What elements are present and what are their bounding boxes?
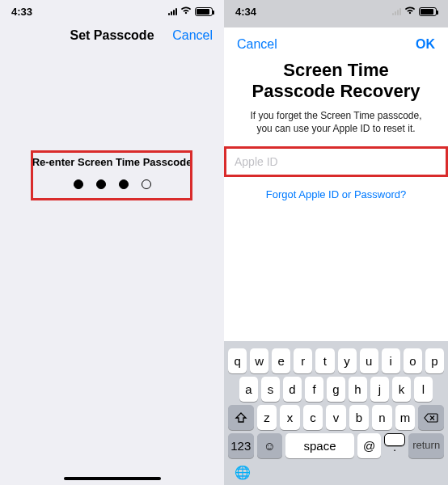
keyboard-row: qwertyuiop <box>228 348 444 373</box>
at-key[interactable]: @ <box>357 433 381 458</box>
delete-key[interactable] <box>418 405 444 430</box>
space-key[interactable]: space <box>285 433 354 458</box>
key-c[interactable]: c <box>303 405 323 430</box>
sheet-nav: Cancel OK <box>224 27 448 55</box>
key-x[interactable]: x <box>280 405 299 430</box>
cancel-button[interactable]: Cancel <box>237 37 277 52</box>
keyboard: qwertyuiop asdfghjkl zxcvbnm 123 ☺ space… <box>224 341 448 485</box>
set-passcode-screen: 4:33 Set Passcode Cancel Re-enter Screen… <box>0 0 224 485</box>
key-s[interactable]: s <box>261 377 280 402</box>
key-w[interactable]: w <box>250 348 268 373</box>
wifi-icon <box>180 6 192 17</box>
key-f[interactable]: f <box>305 377 323 402</box>
key-p[interactable]: p <box>425 348 444 373</box>
keyboard-row: 123 ☺ space @ . return <box>228 433 444 458</box>
key-n[interactable]: n <box>372 405 391 430</box>
key-h[interactable]: h <box>349 377 367 402</box>
key-r[interactable]: r <box>294 348 312 373</box>
keyboard-row: asdfghjkl <box>228 377 444 402</box>
status-icons <box>168 6 213 17</box>
key-q[interactable]: q <box>228 348 247 373</box>
dot-key[interactable]: . <box>384 433 405 446</box>
key-v[interactable]: v <box>326 405 345 430</box>
emoji-key[interactable]: ☺ <box>257 433 283 458</box>
highlight-box <box>224 146 448 177</box>
key-z[interactable]: z <box>257 405 277 430</box>
globe-key[interactable]: 🌐 <box>226 462 446 480</box>
wifi-icon <box>404 6 416 17</box>
highlight-box <box>31 150 192 200</box>
key-y[interactable]: y <box>338 348 357 373</box>
forgot-link[interactable]: Forgot Apple ID or Password? <box>224 183 448 205</box>
numbers-key[interactable]: 123 <box>228 433 254 458</box>
key-j[interactable]: j <box>370 377 389 402</box>
home-indicator[interactable] <box>64 477 161 480</box>
signal-icon <box>392 8 401 15</box>
key-o[interactable]: o <box>404 348 422 373</box>
recovery-title: Screen Time Passcode Recovery <box>224 55 448 104</box>
recovery-subtext: If you forget the Screen Time passcode, … <box>224 104 448 143</box>
key-m[interactable]: m <box>395 405 415 430</box>
cancel-button[interactable]: Cancel <box>172 28 213 43</box>
key-a[interactable]: a <box>239 377 258 402</box>
status-time: 4:33 <box>11 6 32 18</box>
key-i[interactable]: i <box>382 348 400 373</box>
signal-icon <box>168 8 177 15</box>
key-d[interactable]: d <box>283 377 302 402</box>
recovery-screen: 4:34 Cancel OK Screen Time Passcode Reco… <box>224 0 448 485</box>
ok-button[interactable]: OK <box>416 37 435 52</box>
return-key[interactable]: return <box>408 433 444 458</box>
apple-id-input[interactable] <box>226 149 446 175</box>
key-b[interactable]: b <box>349 405 369 430</box>
key-t[interactable]: t <box>315 348 334 373</box>
status-icons <box>392 6 437 17</box>
recovery-sheet: Cancel OK Screen Time Passcode Recovery … <box>224 27 448 212</box>
title-line: Screen Time <box>237 60 435 81</box>
status-bar-left: 4:33 <box>0 0 224 19</box>
status-bar-right: 4:34 <box>224 0 448 19</box>
shift-key[interactable] <box>228 405 254 430</box>
keyboard-row: zxcvbnm <box>228 405 444 430</box>
battery-icon <box>195 7 213 16</box>
key-k[interactable]: k <box>392 377 411 402</box>
nav-bar: Set Passcode Cancel <box>0 19 224 52</box>
key-g[interactable]: g <box>327 377 345 402</box>
nav-title: Set Passcode <box>70 28 154 43</box>
battery-icon <box>419 7 437 16</box>
key-e[interactable]: e <box>272 348 290 373</box>
title-line: Passcode Recovery <box>237 81 435 102</box>
key-l[interactable]: l <box>414 377 433 402</box>
key-u[interactable]: u <box>360 348 378 373</box>
status-time: 4:34 <box>235 6 256 18</box>
